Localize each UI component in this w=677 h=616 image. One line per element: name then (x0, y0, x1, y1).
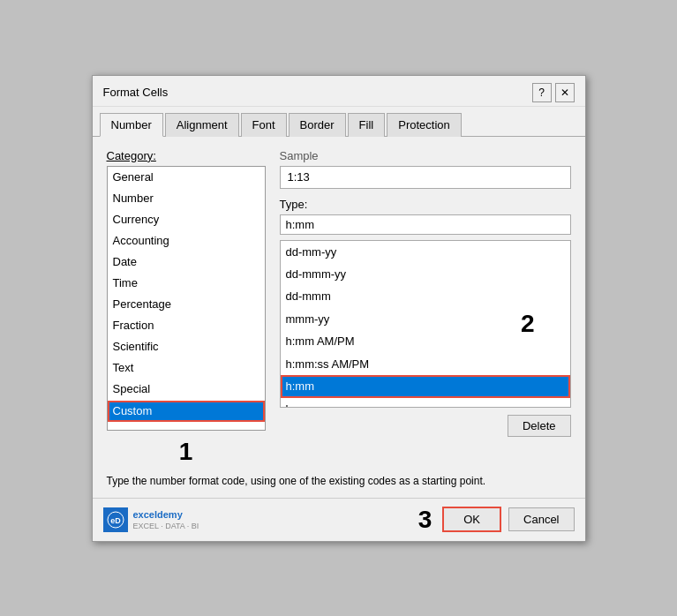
tabs-bar: Number Alignment Font Border Fill Protec… (93, 107, 585, 137)
category-item-special[interactable]: Special (108, 379, 265, 400)
hint-text: Type the number format code, using one o… (107, 473, 571, 489)
type-item-dd-mm-yy[interactable]: dd-mm-yy (281, 241, 570, 263)
brand-icon: eD (107, 511, 124, 529)
category-item-custom[interactable]: Custom (108, 401, 265, 422)
tab-number[interactable]: Number (100, 113, 163, 137)
brand-tagline: EXCEL · DATA · BI (133, 522, 199, 530)
close-button[interactable]: ✕ (555, 83, 575, 102)
title-bar: Format Cells ? ✕ (93, 76, 585, 107)
main-row: Category: General Number Currency Accoun… (107, 149, 571, 466)
cancel-button[interactable]: Cancel (508, 507, 574, 531)
dialog-title: Format Cells (103, 86, 169, 99)
category-item-date[interactable]: Date (108, 252, 265, 273)
category-item-percentage[interactable]: Percentage (108, 294, 265, 315)
type-item-h-mmss-ampm[interactable]: h:mm:ss AM/PM (281, 353, 570, 375)
main-content: Category: General Number Currency Accoun… (93, 137, 585, 498)
type-item-dd-mmm[interactable]: dd-mmm (281, 285, 570, 307)
type-item-h-mmss[interactable]: h:mm:ss (281, 398, 570, 407)
brand: eD exceldemy EXCEL · DATA · BI (103, 507, 199, 532)
sample-value: 1:13 (280, 166, 571, 189)
tab-protection[interactable]: Protection (387, 113, 462, 137)
type-label: Type: (280, 198, 571, 211)
tab-alignment[interactable]: Alignment (165, 113, 239, 137)
ok-button[interactable]: OK (442, 507, 501, 532)
tab-border[interactable]: Border (289, 113, 346, 137)
delete-button[interactable]: Delete (508, 415, 571, 437)
category-item-accounting[interactable]: Accounting (108, 230, 265, 252)
footer-buttons: 3 OK Cancel (418, 506, 575, 534)
type-item-h-mm-ampm[interactable]: h:mm AM/PM (281, 330, 570, 352)
type-item-h-mm[interactable]: h:mm (281, 375, 570, 397)
type-input[interactable] (280, 214, 571, 235)
left-panel: Category: General Number Currency Accoun… (107, 149, 266, 466)
category-item-scientific[interactable]: Scientific (108, 336, 265, 357)
category-label: Category: (107, 149, 266, 162)
delete-row: Delete (280, 415, 571, 437)
format-cells-dialog: Format Cells ? ✕ Number Alignment Font B… (92, 75, 586, 542)
type-list[interactable]: dd-mm-yy dd-mmm-yy dd-mmm mmm-yy h:mm AM… (281, 241, 570, 407)
sample-label: Sample (280, 149, 571, 162)
title-controls: ? ✕ (532, 83, 575, 102)
type-list-container: dd-mm-yy dd-mmm-yy dd-mmm mmm-yy h:mm AM… (280, 240, 571, 408)
category-item-general[interactable]: General (108, 167, 265, 188)
svg-text:eD: eD (110, 516, 121, 525)
category-item-time[interactable]: Time (108, 273, 265, 294)
brand-text: exceldemy EXCEL · DATA · BI (133, 508, 199, 530)
category-item-number[interactable]: Number (108, 188, 265, 209)
category-item-text[interactable]: Text (108, 357, 265, 379)
help-button[interactable]: ? (532, 83, 552, 102)
category-list[interactable]: General Number Currency Accounting Date … (107, 166, 266, 431)
type-item-dd-mmm-yy[interactable]: dd-mmm-yy (281, 263, 570, 285)
annotation-1: 1 (107, 438, 266, 466)
tab-font[interactable]: Font (241, 113, 287, 137)
brand-logo: eD (103, 507, 128, 532)
category-item-fraction[interactable]: Fraction (108, 315, 265, 336)
type-item-mmm-yy[interactable]: mmm-yy (281, 308, 570, 330)
dialog-footer: eD exceldemy EXCEL · DATA · BI 3 OK Canc… (93, 498, 585, 541)
category-item-currency[interactable]: Currency (108, 209, 265, 230)
annotation-3: 3 (418, 506, 433, 534)
brand-name: exceldemy (133, 508, 199, 521)
tab-fill[interactable]: Fill (348, 113, 386, 137)
right-panel: Sample 1:13 Type: dd-mm-yy dd-mmm-yy dd-… (280, 149, 571, 466)
